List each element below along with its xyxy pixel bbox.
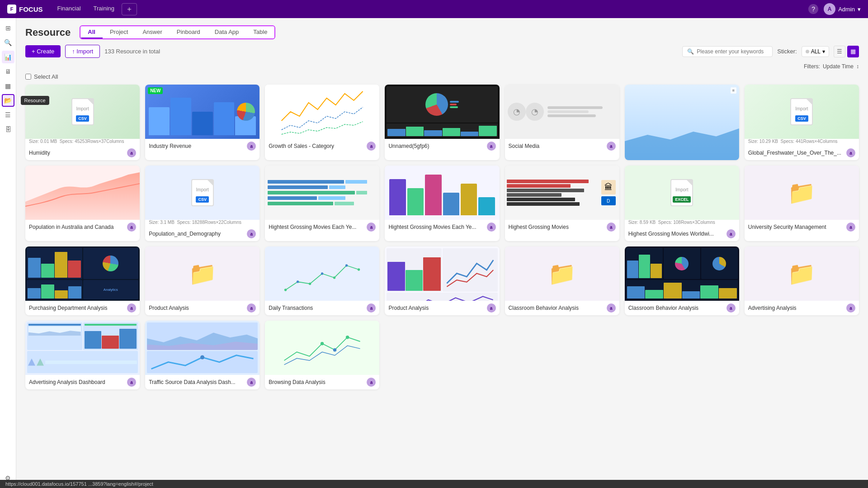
- sticker-value: ALL: [811, 48, 821, 55]
- card-footer: Browsing Data Analysis a: [265, 375, 379, 389]
- grid-view-icon[interactable]: ▦: [847, 46, 859, 57]
- card-avatar: a: [487, 142, 496, 151]
- sidebar-item-database[interactable]: 🗄: [2, 123, 14, 136]
- nav-financial[interactable]: Financial: [52, 3, 86, 15]
- card-thumbnail: [625, 246, 739, 301]
- list-view-icon[interactable]: ☰: [834, 46, 845, 57]
- sidebar-item-resource[interactable]: 📂 Resource: [2, 94, 14, 107]
- resource-card-population-au-ca[interactable]: Population in Australia and Canada a: [25, 166, 140, 241]
- card-name: Daily Transactions: [269, 305, 367, 311]
- card-footer: Product Analysis a: [385, 301, 499, 315]
- resource-card-browsing-data[interactable]: Browsing Data Analysis a: [265, 321, 379, 389]
- import-button[interactable]: ↑ Import: [65, 45, 100, 58]
- search-box[interactable]: 🔍: [682, 46, 773, 57]
- sort-icon[interactable]: ↕: [856, 63, 859, 70]
- resource-card-unnamed[interactable]: Unnamed(5gfp6) a: [385, 85, 499, 160]
- resource-count: 133 Resource in total: [104, 48, 678, 55]
- logo-text: FOCUS: [19, 5, 43, 13]
- resource-card-classroom-dashboard[interactable]: Classroom Behavior Analysis a: [625, 246, 739, 315]
- tab-pinboard[interactable]: Pinboard: [170, 26, 208, 38]
- search-input[interactable]: [697, 48, 764, 55]
- resource-card-traffic-source[interactable]: Traffic Source Data Analysis Dash... a: [145, 321, 259, 389]
- action-row: + Create ↑ Import 133 Resource in total …: [25, 45, 859, 58]
- sticker-label: Sticker:: [777, 48, 797, 55]
- card-name: Product Analysis: [149, 305, 247, 311]
- view-icons: ☰ ▦: [834, 46, 859, 57]
- sidebar-item-search[interactable]: 🔍: [2, 36, 14, 49]
- tab-all[interactable]: All: [80, 26, 103, 38]
- card-thumbnail: [145, 321, 259, 375]
- sidebar-item-grid[interactable]: ▦: [2, 80, 14, 92]
- svg-point-9: [346, 336, 349, 339]
- svg-point-10: [333, 348, 336, 351]
- population-chart: [25, 166, 140, 220]
- card-name: Humidity: [29, 150, 127, 156]
- resource-card-industry-revenue[interactable]: NEW Industry Revenue a: [145, 85, 259, 160]
- svg-point-1: [297, 280, 299, 283]
- card-avatar: a: [607, 142, 616, 151]
- card-avatar: a: [367, 142, 376, 151]
- chevron-down-icon: ▾: [858, 6, 861, 13]
- resource-card-hg-movies-3[interactable]: 🏛 D Highest Grossing Movies a: [505, 166, 619, 241]
- create-button[interactable]: + Create: [25, 45, 61, 57]
- resource-card-hg-movies-2[interactable]: Hightest Grossing Movies Each Ye... a: [385, 166, 499, 241]
- resource-card-hg-movies-worldwide[interactable]: Import EXCEL Size: 8.59 KB Specs: 108Row…: [625, 166, 739, 241]
- resource-card-water-use[interactable]: ≡ Water use of different entities a: [625, 85, 739, 160]
- card-footer: Highest Grossing Movies Worldwi... a: [625, 227, 739, 241]
- resource-card-advertising-dashboard[interactable]: Advertising Analysis Dashboard a: [25, 321, 140, 389]
- card-name: Global_Freshwater_Use_Over_The_...: [748, 150, 846, 156]
- card-name: Population in Australia and Canada: [29, 224, 127, 230]
- sidebar-item-list[interactable]: ☰: [2, 109, 14, 121]
- sidebar-item-home[interactable]: ⊞: [2, 22, 14, 34]
- sidebar-item-screens[interactable]: 🖥: [2, 65, 14, 78]
- card-avatar: a: [127, 148, 136, 157]
- folder-icon: 📁: [548, 262, 576, 285]
- user-menu[interactable]: A Admin ▾: [824, 3, 861, 15]
- resource-card-product-analysis-folder[interactable]: 📁 Product Analysis a: [145, 246, 259, 315]
- resource-card-hg-movies-1[interactable]: Hightest Grossing Movies Each Ye... a: [265, 166, 379, 241]
- tab-dataapp[interactable]: Data App: [208, 26, 246, 38]
- card-name: Purchasing Department Analysis: [29, 305, 127, 311]
- sticker-select[interactable]: ALL ▾: [802, 46, 829, 57]
- app-logo[interactable]: F FOCUS: [7, 5, 43, 14]
- card-footer: Advertising Analysis a: [745, 301, 859, 315]
- resource-card-classroom-folder[interactable]: 📁 Classroom Behavior Analysis a: [505, 246, 619, 315]
- resource-card-purchasing[interactable]: Analytics Purchasing Department Analysis…: [25, 246, 140, 315]
- card-meta: Size: 0.01 MB Specs: 45253Rows×37Columns: [25, 139, 140, 146]
- card-footer: Hightest Grossing Movies Each Ye... a: [265, 220, 379, 234]
- card-name: Industry Revenue: [149, 143, 247, 149]
- card-thumbnail: [385, 246, 499, 301]
- nav-items: Financial Training ＋: [52, 3, 800, 15]
- resource-card-advertising-folder[interactable]: 📁 Advertising Analysis a: [745, 246, 859, 315]
- nav-add-tab[interactable]: ＋: [122, 3, 137, 15]
- help-icon[interactable]: ?: [808, 4, 818, 14]
- card-name: Product Analysis: [388, 305, 486, 311]
- csv-badge: CSV: [196, 196, 209, 203]
- resource-card-university-security[interactable]: 📁 University Security Management a: [745, 166, 859, 241]
- card-thumbnail: [265, 166, 379, 220]
- resource-card-growth-sales[interactable]: Growth of Sales - Category a: [265, 85, 379, 160]
- tab-table[interactable]: Table: [246, 26, 274, 38]
- card-thumbnail: 📁: [145, 246, 259, 301]
- card-thumbnail: 🏛 D: [505, 166, 619, 220]
- resource-card-daily-transactions[interactable]: Daily Transactions a: [265, 246, 379, 315]
- card-footer: Growth of Sales - Category a: [265, 139, 379, 153]
- select-all-checkbox[interactable]: [25, 74, 31, 80]
- card-name: Browsing Data Analysis: [269, 379, 367, 385]
- card-thumbnail: Import CSV: [745, 85, 859, 139]
- card-name: Classroom Behavior Analysis: [509, 305, 607, 311]
- tab-project[interactable]: Project: [103, 26, 135, 38]
- select-all-row: Select All: [25, 73, 859, 80]
- sidebar: ⊞ 🔍 📊 🖥 ▦ 📂 Resource ☰ 🗄 ⚙: [0, 18, 16, 488]
- card-footer: Population in Australia and Canada a: [25, 220, 140, 234]
- resource-card-product-analysis-chart[interactable]: Product Analysis a: [385, 246, 499, 315]
- svg-point-7: [200, 355, 204, 359]
- resource-card-population-demography[interactable]: Import CSV Size: 3.1 MB Specs: 18288Rows…: [145, 166, 259, 241]
- tab-answer[interactable]: Answer: [135, 26, 169, 38]
- sidebar-item-reports[interactable]: 📊: [2, 51, 14, 63]
- card-avatar: a: [127, 223, 136, 232]
- resource-card-social-media[interactable]: ◔ ◔ Social Media a: [505, 85, 619, 160]
- card-thumbnail: [385, 166, 499, 220]
- resource-card-global-freshwater[interactable]: Import CSV Size: 10.29 KB Specs: 441Rows…: [745, 85, 859, 160]
- nav-training[interactable]: Training: [88, 3, 120, 15]
